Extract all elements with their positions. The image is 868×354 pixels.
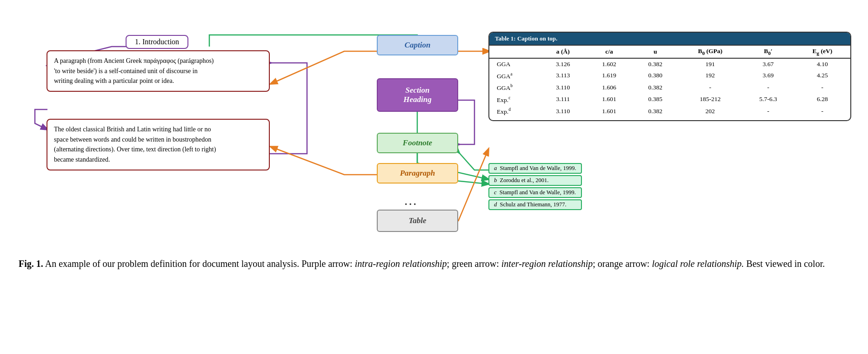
table-row: GGAb 3.110 1.606 0.382 - - - — [489, 82, 850, 94]
table-row: Exp.c 3.111 1.601 0.385 185-212 5.7-6.3 … — [489, 94, 850, 106]
sci-table-caption: Table 1: Caption on top. — [489, 33, 850, 46]
scientific-table-container: Table 1: Caption on top. a (Å) c/a u B0 … — [488, 32, 851, 121]
footnote-row-c: c Stampfl and Van de Walle, 1999. — [488, 187, 582, 198]
paragraph-label-box: Paragraph — [377, 163, 458, 184]
caption-label-box: Caption — [377, 35, 458, 55]
footnote-row-a: a Stampfl and Van de Walle, 1999. — [488, 163, 582, 174]
para2-text: The oldest classical British and Latin w… — [54, 126, 216, 163]
table-header-row: a (Å) c/a u B0 (GPa) B0′ Eg (eV) — [489, 46, 850, 58]
caption-intra: intra-region relationship — [355, 259, 447, 269]
table-label-box: Table — [377, 210, 458, 232]
footnote-label-box: Footnote — [377, 133, 458, 153]
dots-label: ... — [405, 196, 418, 208]
footnote-row-d: d Schulz and Thiemann, 1977. — [488, 199, 582, 210]
section-heading-label-text: Section Heading — [403, 86, 431, 104]
caption-label-text: Caption — [405, 41, 431, 49]
caption-inter: inter-region relationship — [501, 259, 593, 269]
paragraph-label-text: Paragraph — [400, 169, 435, 177]
table-row: GGA 3.126 1.602 0.382 191 3.67 4.10 — [489, 58, 850, 70]
fig-caption: Fig. 1. An example of our problem defini… — [19, 256, 847, 271]
footnote-row-b: b Zoroddu et al., 2001. — [488, 175, 582, 186]
para-block-2: The oldest classical British and Latin w… — [47, 119, 270, 170]
caption-logical: logical role relationship. — [652, 259, 744, 269]
intro-label: 1. Introduction — [126, 35, 188, 49]
caption-text4: Best viewed in color. — [744, 259, 825, 269]
para-block-1: A paragraph (from Ancient Greek παράγραφ… — [47, 50, 270, 92]
para1-text: A paragraph (from Ancient Greek παράγραφ… — [54, 57, 214, 84]
table-label-text: Table — [408, 216, 426, 225]
fig-label: Fig. 1. — [19, 259, 43, 269]
footnote-label-text: Footnote — [403, 138, 432, 147]
table-row: Exp.d 3.110 1.601 0.382 202 - - — [489, 105, 850, 120]
caption-text3: ; orange arrow: — [593, 259, 652, 269]
table-row: GGAa 3.113 1.619 0.380 192 3.69 4.25 — [489, 70, 850, 82]
intro-label-text: 1. Introduction — [135, 38, 179, 46]
sci-table: a (Å) c/a u B0 (GPa) B0′ Eg (eV) GGA 3.1… — [489, 46, 850, 120]
caption-text1: An example of our problem definition for… — [45, 259, 355, 269]
footnote-area: a Stampfl and Van de Walle, 1999. b Zoro… — [488, 163, 582, 210]
section-heading-label-box: Section Heading — [377, 78, 458, 112]
diagram-area: 1. Introduction A paragraph (from Ancien… — [19, 9, 849, 242]
caption-text2: ; green arrow: — [447, 259, 501, 269]
